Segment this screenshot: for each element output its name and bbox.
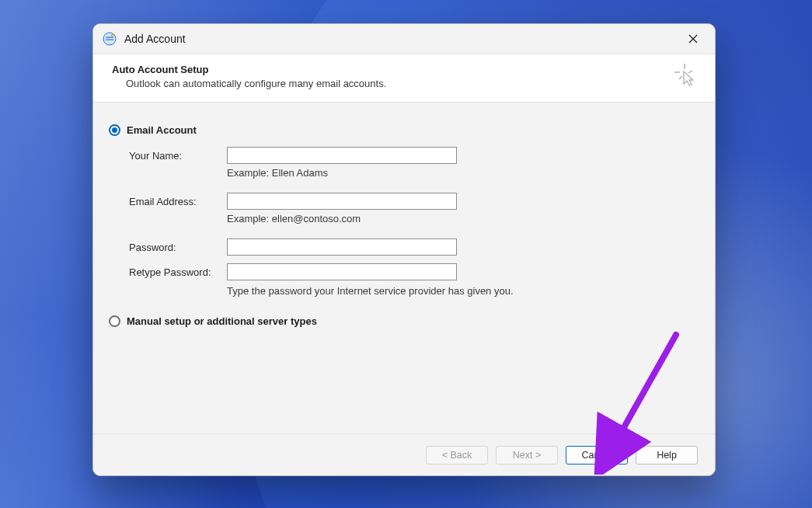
svg-point-0 bbox=[103, 33, 116, 45]
your-name-hint: Example: Ellen Adams bbox=[227, 167, 699, 179]
email-address-input[interactable] bbox=[227, 193, 457, 210]
wizard-title: Auto Account Setup bbox=[112, 64, 696, 75]
wizard-footer: < Back Next > Cancel Help bbox=[93, 433, 715, 475]
close-button[interactable] bbox=[678, 27, 709, 50]
dialog-title: Add Account bbox=[124, 33, 678, 45]
password-hint: Type the password your Internet service … bbox=[227, 285, 699, 297]
next-button[interactable]: Next > bbox=[496, 446, 558, 465]
back-button[interactable]: < Back bbox=[426, 446, 488, 465]
radio-email-account[interactable]: Email Account bbox=[109, 124, 699, 136]
email-address-label: Email Address: bbox=[129, 196, 227, 207]
radio-label: Email Account bbox=[127, 124, 197, 136]
cancel-button[interactable]: Cancel bbox=[566, 446, 628, 465]
svg-point-3 bbox=[111, 34, 114, 37]
radio-selected-icon bbox=[109, 124, 120, 136]
wizard-header: Auto Account Setup Outlook can automatic… bbox=[93, 54, 715, 103]
retype-password-label: Retype Password: bbox=[129, 266, 227, 278]
radio-unselected-icon bbox=[109, 315, 120, 327]
outlook-icon bbox=[103, 32, 117, 46]
add-account-dialog: Add Account Auto Account Setup Outlook c… bbox=[92, 23, 716, 476]
svg-line-6 bbox=[688, 71, 692, 73]
radio-label: Manual setup or additional server types bbox=[127, 315, 317, 327]
close-icon bbox=[688, 33, 698, 45]
email-address-hint: Example: ellen@contoso.com bbox=[227, 213, 699, 224]
password-label: Password: bbox=[129, 242, 227, 253]
wizard-subtitle: Outlook can automatically configure many… bbox=[126, 78, 696, 89]
svg-rect-2 bbox=[106, 40, 113, 40]
titlebar: Add Account bbox=[93, 24, 715, 54]
radio-manual-setup[interactable]: Manual setup or additional server types bbox=[109, 315, 699, 327]
wizard-body: Email Account Your Name: Example: Ellen … bbox=[93, 103, 715, 433]
click-cursor-icon bbox=[674, 64, 698, 89]
your-name-input[interactable] bbox=[227, 147, 457, 164]
password-input[interactable] bbox=[227, 238, 457, 256]
retype-password-input[interactable] bbox=[227, 263, 457, 280]
svg-line-7 bbox=[679, 76, 682, 79]
email-account-form: Your Name: Example: Ellen Adams Email Ad… bbox=[129, 147, 699, 297]
your-name-label: Your Name: bbox=[129, 150, 227, 162]
help-button[interactable]: Help bbox=[636, 446, 698, 465]
